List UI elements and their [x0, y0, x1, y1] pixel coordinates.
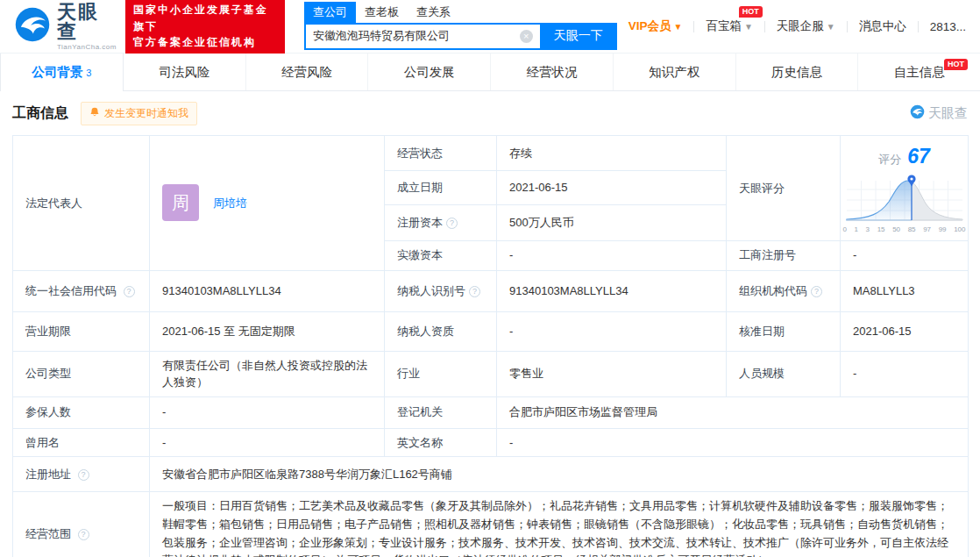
value-business-term: 2021-06-15 至 无固定期限 [150, 311, 385, 351]
label-insured-count: 参保人数 [13, 396, 150, 428]
certification-badge-line1: 国家中小企业发展子基金旗下 [133, 2, 277, 34]
label-tianyan-score: 天眼评分 [727, 136, 841, 241]
menu-enterprise-service-label: 天眼企服 [777, 18, 824, 34]
menu-vip[interactable]: VIP会员 ▼ [617, 18, 694, 34]
search-block: 查公司 查老板 查关系 × 天眼一下 [304, 4, 617, 50]
tianyancha-logo[interactable]: 天眼查 TianYanCha.com [14, 3, 117, 51]
tab-count-badge: 3 [86, 68, 91, 78]
label-former-name: 曾用名 [13, 428, 150, 457]
tab-self-published-info[interactable]: 自主信息 HOT [858, 54, 980, 90]
value-registration-number: - [841, 240, 969, 270]
value-company-type: 有限责任公司（非自然人投资或控股的法人独资） [150, 351, 385, 396]
tianyancha-watermark-icon [910, 104, 925, 122]
menu-message-center[interactable]: 消息中心 [848, 18, 918, 34]
score-word: 评分 [878, 151, 901, 168]
tianyancha-watermark: 天眼查 [910, 104, 968, 122]
label-paid-in-capital: 实缴资本 [385, 240, 497, 270]
menu-message-center-label: 消息中心 [859, 18, 906, 34]
help-icon[interactable]: ? [469, 286, 480, 297]
search-button[interactable]: 天眼一下 [540, 23, 617, 50]
help-icon[interactable]: ? [446, 218, 458, 229]
label-text: 纳税人识别号 [397, 284, 465, 297]
legal-representative-link[interactable]: 周培培 [213, 195, 247, 212]
help-icon[interactable]: ? [811, 286, 822, 297]
top-bar: 天眼查 TianYanCha.com 国家中小企业发展子基金旗下 官方备案企业征… [0, 0, 980, 53]
notify-on-change-button[interactable]: 发生变更时通知我 [81, 102, 197, 125]
label-text: 统一社会信用代码 [25, 284, 117, 297]
clear-icon[interactable]: × [520, 30, 533, 43]
label-text: 经营范围 [25, 527, 71, 540]
main-content: 工商信息 发生变更时通知我 天眼查 [0, 91, 980, 557]
search-input-wrap: × [304, 23, 540, 50]
value-former-name: - [150, 428, 385, 457]
value-paid-in-capital: - [497, 240, 727, 270]
label-text: 注册资本 [397, 216, 443, 229]
value-approval-date: 2021-06-15 [841, 311, 969, 351]
tab-history-info[interactable]: 历史信息 [736, 54, 859, 90]
tab-judicial-risk[interactable]: 司法风险 [124, 54, 246, 90]
logo-domain-text: TianYanCha.com [57, 44, 117, 51]
logo-brand-text: 天眼查 [57, 3, 117, 41]
search-tab-company[interactable]: 查公司 [304, 2, 356, 23]
tab-operation-risk[interactable]: 经营风险 [246, 54, 369, 90]
label-establish-date: 成立日期 [385, 171, 497, 205]
label-registration-number: 工商注册号 [727, 240, 841, 270]
score-axis-ticks: 01 315 5085 9799 100 [843, 225, 966, 235]
chevron-down-icon: ▼ [673, 22, 682, 32]
value-organization-code: MA8LLYLL3 [841, 270, 969, 311]
label-organization-code: 组织机构代码? [727, 270, 841, 311]
value-establish-date: 2021-06-15 [497, 171, 727, 205]
value-taxpayer-id: 91340103MA8LLYLL34 [497, 270, 727, 311]
label-legal-representative: 法定代表人 [13, 136, 150, 271]
certification-badge-line2: 官方备案企业征信机构 [133, 34, 277, 51]
value-registration-authority: 合肥市庐阳区市场监督管理局 [497, 396, 969, 428]
tianyancha-watermark-text: 天眼查 [928, 105, 968, 122]
tab-operating-status[interactable]: 经营状况 [491, 54, 614, 90]
tab-label: 自主信息 [894, 64, 945, 81]
label-text: 组织机构代码 [739, 284, 807, 297]
menu-user-account[interactable]: 2813... [919, 20, 966, 33]
score-value: 67 [907, 141, 930, 172]
label-business-status: 经营状态 [385, 136, 497, 171]
tab-label: 经营风险 [281, 64, 332, 81]
value-registered-capital: 500万人民币 [497, 205, 727, 240]
tianyancha-logo-icon [14, 6, 51, 46]
search-tabs: 查公司 查老板 查关系 [304, 4, 617, 23]
top-menu: VIP会员 ▼ HOT 百宝箱 ▼ 天眼企服 ▼ 消息中心 2813... [617, 18, 966, 34]
search-tab-boss[interactable]: 查老板 [356, 2, 408, 23]
label-registered-capital: 注册资本? [385, 205, 497, 240]
label-taxpayer-qualification: 纳税人资质 [385, 311, 497, 351]
avatar[interactable]: 周 [162, 184, 199, 221]
label-business-term: 营业期限 [13, 311, 150, 351]
label-industry: 行业 [385, 351, 497, 396]
tab-company-background[interactable]: 公司背景 3 [0, 54, 124, 91]
label-registered-address: 注册地址 ? [13, 457, 150, 492]
tab-label: 历史信息 [771, 64, 822, 81]
label-staff-size: 人员规模 [727, 351, 841, 396]
chevron-down-icon: ▼ [744, 22, 753, 32]
tianyan-score-chart: 评分 67 [841, 136, 969, 241]
value-staff-size: - [841, 351, 969, 396]
search-input[interactable] [313, 30, 520, 43]
tab-intellectual-property[interactable]: 知识产权 [614, 54, 736, 90]
value-industry: 零售业 [497, 351, 727, 396]
tab-company-development[interactable]: 公司发展 [368, 54, 491, 90]
help-icon[interactable]: ? [78, 529, 89, 540]
label-unified-credit-code: 统一社会信用代码 ? [13, 270, 150, 311]
tab-label: 经营状况 [526, 64, 577, 81]
search-tab-relation[interactable]: 查关系 [408, 2, 459, 23]
value-unified-credit-code: 91340103MA8LLYLL34 [150, 270, 385, 311]
label-company-type: 公司类型 [13, 351, 150, 396]
tab-label: 公司发展 [404, 64, 455, 81]
menu-toolbox[interactable]: HOT 百宝箱 ▼ [694, 18, 763, 34]
hot-badge: HOT [739, 6, 763, 18]
notify-button-label: 发生变更时通知我 [104, 106, 188, 121]
label-business-scope: 经营范围 ? [13, 492, 150, 557]
help-icon[interactable]: ? [78, 469, 89, 481]
section-title: 工商信息 [12, 104, 68, 123]
menu-toolbox-label: 百宝箱 [706, 18, 742, 34]
help-icon[interactable]: ? [124, 286, 135, 297]
value-insured-count: - [150, 396, 385, 428]
menu-enterprise-service[interactable]: 天眼企服 ▼ [765, 18, 847, 34]
value-business-scope: 一般项目：日用百货销售；工艺美术品及收藏品零售（象牙及其制品除外）；礼品花卉销售… [150, 492, 969, 557]
